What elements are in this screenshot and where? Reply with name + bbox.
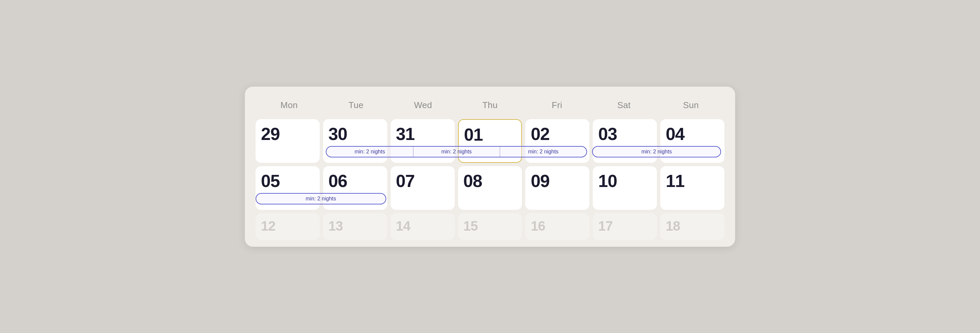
header-mon: Mon xyxy=(256,97,322,113)
calendar-cell-10[interactable]: 10 xyxy=(593,166,657,210)
date-17: 17 xyxy=(598,219,612,233)
date-06: 06 xyxy=(328,172,347,190)
date-09: 09 xyxy=(531,172,549,190)
calendar-cell-08[interactable]: 08 xyxy=(458,166,522,210)
calendar-cell-18[interactable]: 18 xyxy=(660,213,724,240)
calendar-cell-01[interactable]: 01 xyxy=(458,119,522,163)
date-15: 15 xyxy=(463,219,478,233)
calendar-cell-12[interactable]: 12 xyxy=(256,213,320,240)
date-08: 08 xyxy=(463,172,482,190)
calendar-cell-11[interactable]: 11 xyxy=(660,166,724,210)
calendar-cell-03[interactable]: 03 xyxy=(593,119,657,163)
date-10: 10 xyxy=(598,172,617,190)
header-thu: Thu xyxy=(457,97,523,113)
calendar-row-3: 12 13 14 15 16 17 18 xyxy=(256,213,724,240)
date-03: 03 xyxy=(598,125,617,143)
calendar-cell-16[interactable]: 16 xyxy=(525,213,589,240)
calendar-cell-02[interactable]: 02 xyxy=(525,119,589,163)
calendar-cell-06[interactable]: 06 xyxy=(323,166,387,210)
date-30: 30 xyxy=(328,125,347,143)
date-01: 01 xyxy=(464,126,483,143)
date-29: 29 xyxy=(261,125,280,143)
calendar-container: Mon Tue Wed Thu Fri Sat Sun 29 30 31 xyxy=(245,87,735,247)
header-fri: Fri xyxy=(523,97,590,113)
calendar-grid: 29 30 31 01 02 xyxy=(256,119,724,240)
date-16: 16 xyxy=(531,219,545,233)
header-sat: Sat xyxy=(590,97,657,113)
calendar-cell-13[interactable]: 13 xyxy=(323,213,387,240)
calendar-row-1: 29 30 31 01 02 xyxy=(256,119,724,163)
header-sun: Sun xyxy=(658,97,724,113)
calendar-cell-15[interactable]: 15 xyxy=(458,213,522,240)
calendar-cell-17[interactable]: 17 xyxy=(593,213,657,240)
calendar-row-2: 05 06 07 08 09 xyxy=(256,166,724,210)
date-04: 04 xyxy=(666,125,684,143)
date-31: 31 xyxy=(396,125,415,143)
day-headers: Mon Tue Wed Thu Fri Sat Sun xyxy=(256,97,724,113)
date-07: 07 xyxy=(396,172,415,190)
calendar-cell-04[interactable]: 04 xyxy=(660,119,724,163)
header-wed: Wed xyxy=(390,97,457,113)
date-13: 13 xyxy=(328,219,343,233)
calendar-cell-31[interactable]: 31 xyxy=(391,119,455,163)
date-11: 11 xyxy=(666,172,684,190)
calendar-cell-14[interactable]: 14 xyxy=(391,213,455,240)
date-12: 12 xyxy=(261,219,275,233)
date-14: 14 xyxy=(396,219,410,233)
date-02: 02 xyxy=(531,125,549,143)
calendar-cell-30[interactable]: 30 xyxy=(323,119,387,163)
calendar-cell-05[interactable]: 05 xyxy=(256,166,320,210)
date-18: 18 xyxy=(666,219,680,233)
calendar-cell-07[interactable]: 07 xyxy=(391,166,455,210)
calendar-cell-09[interactable]: 09 xyxy=(525,166,589,210)
header-tue: Tue xyxy=(322,97,389,113)
calendar-cell-29[interactable]: 29 xyxy=(256,119,320,163)
date-05: 05 xyxy=(261,172,280,190)
